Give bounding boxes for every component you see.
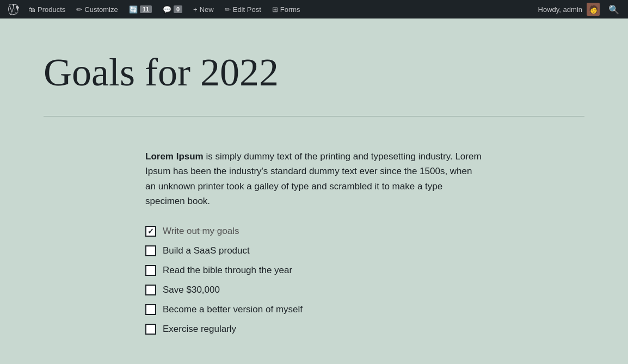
forms-label: Forms — [280, 5, 300, 14]
checkbox-goal-1[interactable] — [145, 226, 156, 237]
new-label: New — [200, 5, 214, 14]
checkbox-goal-4[interactable] — [145, 285, 156, 295]
checkbox-goal-5[interactable] — [145, 304, 156, 315]
customize-label: Customize — [84, 5, 118, 14]
nav-comments[interactable]: 💬 0 — [157, 0, 188, 18]
content-area: Lorem Ipsum is simply dummy text of the … — [145, 149, 483, 335]
wp-logo[interactable] — [4, 0, 23, 18]
avatar[interactable]: 🧑 — [587, 3, 600, 16]
lorem-paragraph: Lorem Ipsum is simply dummy text of the … — [145, 149, 483, 208]
checklist-item: Save $30,000 — [145, 285, 483, 295]
checkbox-goal-3[interactable] — [145, 265, 156, 276]
page-title: Goals for 2022 — [44, 51, 584, 94]
products-label: Products — [38, 5, 65, 14]
nav-forms[interactable]: ⊞ Forms — [267, 0, 306, 18]
checklist-label-goal-2: Build a SaaS product — [163, 245, 250, 256]
comments-icon: 💬 — [163, 5, 171, 14]
admin-bar-left: 🛍 Products ✏ Customize 🔄 11 💬 0 + New ✏ … — [4, 0, 538, 18]
updates-icon: 🔄 — [129, 5, 138, 14]
checklist-item: Build a SaaS product — [145, 245, 483, 256]
checkbox-goal-6[interactable] — [145, 324, 156, 335]
edit-post-label: Edit Post — [233, 5, 261, 14]
admin-bar-right: Howdy, admin 🧑 🔍 — [538, 0, 624, 18]
checklist-item: Write out my goals — [145, 226, 483, 237]
forms-icon: ⊞ — [272, 5, 278, 14]
checklist-label-goal-1: Write out my goals — [163, 226, 239, 237]
checklist-item: Read the bible through the year — [145, 265, 483, 276]
customize-icon: ✏ — [76, 5, 82, 14]
divider — [44, 116, 584, 116]
edit-post-icon: ✏ — [225, 5, 231, 14]
products-icon: 🛍 — [28, 5, 35, 14]
checklist-item: Become a better version of myself — [145, 304, 483, 315]
comments-count: 0 — [174, 5, 182, 13]
checklist: Write out my goalsBuild a SaaS productRe… — [145, 226, 483, 335]
updates-count: 11 — [140, 5, 152, 13]
nav-products[interactable]: 🛍 Products — [23, 0, 71, 18]
checklist-item: Exercise regularly — [145, 324, 483, 335]
new-icon: + — [193, 5, 198, 14]
nav-new[interactable]: + New — [188, 0, 219, 18]
lorem-bold: Lorem Ipsum — [145, 151, 204, 162]
checkbox-goal-2[interactable] — [145, 245, 156, 256]
nav-edit-post[interactable]: ✏ Edit Post — [219, 0, 267, 18]
main-content: Goals for 2022 Lorem Ipsum is simply dum… — [0, 18, 628, 364]
search-button[interactable]: 🔍 — [604, 0, 624, 18]
nav-updates[interactable]: 🔄 11 — [124, 0, 157, 18]
nav-customize[interactable]: ✏ Customize — [71, 0, 123, 18]
checklist-label-goal-6: Exercise regularly — [163, 324, 236, 335]
checklist-label-goal-3: Read the bible through the year — [163, 265, 292, 276]
search-icon: 🔍 — [608, 4, 619, 15]
admin-bar: 🛍 Products ✏ Customize 🔄 11 💬 0 + New ✏ … — [0, 0, 628, 18]
checklist-label-goal-5: Become a better version of myself — [163, 304, 303, 315]
checklist-label-goal-4: Save $30,000 — [163, 285, 220, 295]
howdy-text: Howdy, admin — [538, 5, 582, 14]
